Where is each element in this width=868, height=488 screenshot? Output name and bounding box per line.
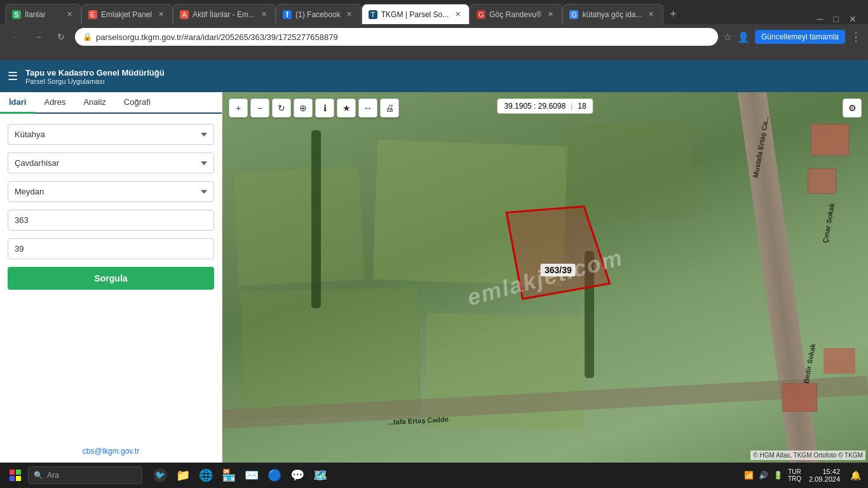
measure-button[interactable]: ↔ bbox=[358, 98, 377, 118]
app-name: Parsel Sorgu Uygulaması bbox=[25, 78, 165, 85]
address-bar[interactable]: 🔒 parselsorgu.tkgm.gov.tr/#ara/idari/205… bbox=[75, 28, 718, 46]
whatsapp-icon: 💬 bbox=[290, 468, 304, 482]
zoom-in-button[interactable]: + bbox=[229, 98, 248, 118]
battery-icon: 🔋 bbox=[773, 471, 783, 480]
profile-icon[interactable]: 👤 bbox=[737, 31, 750, 43]
province-select-wrap: Kütahya bbox=[8, 124, 214, 145]
field-patch-5 bbox=[564, 122, 694, 222]
district-select-wrap: Çavdarhisar bbox=[8, 152, 214, 173]
app-header: ☰ Tapu ve Kadastro Genel Müdürlüğü Parse… bbox=[0, 60, 868, 92]
tab-favicon-tkgm: T bbox=[369, 10, 377, 19]
map-attribution: © HGM Atlas, TKGM Ortofoto © TKGM bbox=[750, 451, 865, 460]
tab-favicon-goc: G bbox=[477, 10, 485, 19]
coords-divider: | bbox=[571, 102, 573, 111]
browser-menu-icon[interactable]: ⋮ bbox=[850, 30, 862, 44]
tab-tkgm[interactable]: T TKGM | Parsel So... ✕ bbox=[362, 4, 470, 24]
tab-analiz[interactable]: Analiz bbox=[74, 92, 114, 112]
tab-facebook[interactable]: f (1) Facebook ✕ bbox=[276, 4, 362, 24]
search-icon: 🔍 bbox=[34, 471, 43, 480]
tab-kutahya[interactable]: G kütahya göç ida... ✕ bbox=[562, 4, 663, 24]
search-placeholder: Ara bbox=[47, 471, 59, 480]
bookmark-star-icon[interactable]: ☆ bbox=[723, 31, 732, 43]
browser-chrome: S İlanlar ✕ E Emlakjet Panel ✕ A Aktif İ… bbox=[0, 0, 868, 60]
tab-goc[interactable]: G Göç Randevu® ✕ bbox=[470, 4, 562, 24]
district-select[interactable]: Çavdarhisar bbox=[8, 152, 214, 173]
tab-close-kutahya[interactable]: ✕ bbox=[646, 10, 656, 20]
update-button[interactable]: Güncellemeyi tamamla bbox=[755, 30, 845, 44]
zoom-out-button[interactable]: − bbox=[250, 98, 269, 118]
volume-icon: 🔊 bbox=[759, 471, 768, 480]
app-content: ☰ Tapu ve Kadastro Genel Müdürlüğü Parse… bbox=[0, 60, 868, 463]
close-icon[interactable]: ✕ bbox=[849, 14, 857, 24]
chrome-icon: 🔵 bbox=[268, 468, 281, 482]
maximize-icon[interactable]: □ bbox=[834, 14, 839, 24]
info-button[interactable]: ℹ bbox=[315, 98, 334, 118]
taskbar-app-bird[interactable]: 🐦 bbox=[150, 465, 170, 485]
map-area[interactable]: 363/39 emlakjet.com Mustafa Ertaş Ca... … bbox=[222, 92, 868, 463]
systray: 📶 🔊 🔋 TUR TRQ bbox=[744, 468, 801, 482]
sidebar-tabs: İdari Adres Analiz Coğrafi bbox=[0, 92, 222, 114]
start-button[interactable] bbox=[5, 465, 25, 485]
notification-icon[interactable]: 🔔 bbox=[848, 468, 863, 483]
query-button[interactable]: Sorgula bbox=[8, 267, 214, 290]
tab-favicon-facebook: f bbox=[283, 10, 292, 19]
tab-cografi[interactable]: Coğrafi bbox=[115, 92, 159, 112]
taskbar-search[interactable]: 🔍 Ara bbox=[28, 466, 142, 484]
map-settings-button[interactable]: ⚙ bbox=[843, 98, 862, 118]
clock-time: 15:42 bbox=[822, 468, 840, 475]
forward-button[interactable]: → bbox=[29, 28, 47, 46]
tab-close-aktif[interactable]: ✕ bbox=[259, 10, 269, 20]
taskbar-app-files[interactable]: 📁 bbox=[173, 465, 193, 485]
svg-rect-3 bbox=[10, 476, 15, 481]
print-button[interactable]: 🖨 bbox=[380, 98, 399, 118]
back-button[interactable]: ← bbox=[6, 28, 24, 46]
hamburger-menu-icon[interactable]: ☰ bbox=[8, 69, 18, 83]
tab-close-goc[interactable]: ✕ bbox=[545, 10, 555, 20]
tab-ilanlar[interactable]: S İlanlar ✕ bbox=[5, 4, 81, 24]
app-title-block: Tapu ve Kadastro Genel Müdürlüğü Parsel … bbox=[25, 68, 165, 85]
minimize-icon[interactable]: ─ bbox=[817, 14, 824, 24]
tab-aktif[interactable]: A Aktif İlanlar - Em... ✕ bbox=[173, 4, 276, 24]
refresh-map-button[interactable]: ↻ bbox=[272, 98, 291, 118]
maps-icon: 🗺️ bbox=[313, 468, 327, 482]
new-tab-button[interactable]: + bbox=[663, 4, 684, 24]
coordinates-text: 39.1905 : 29.6098 bbox=[504, 102, 566, 111]
building-4 bbox=[824, 348, 855, 374]
mail-icon: ✉️ bbox=[245, 468, 259, 482]
parcel-input[interactable] bbox=[8, 210, 214, 231]
tab-favicon-emlakjet: E bbox=[88, 10, 97, 19]
taskbar-app-maps[interactable]: 🗺️ bbox=[310, 465, 330, 485]
neighborhood-select[interactable]: Meydan bbox=[8, 181, 214, 202]
tab-adres[interactable]: Adres bbox=[35, 92, 74, 112]
taskbar-app-edge[interactable]: 🌐 bbox=[196, 465, 216, 485]
edge-icon: 🌐 bbox=[199, 468, 213, 482]
tab-close-emlakjet[interactable]: ✕ bbox=[156, 10, 166, 20]
taskbar-app-whatsapp[interactable]: 💬 bbox=[287, 465, 308, 485]
taskbar-app-store[interactable]: 🏪 bbox=[219, 465, 239, 485]
locate-button[interactable]: ⊕ bbox=[294, 98, 313, 118]
favorite-button[interactable]: ★ bbox=[337, 98, 356, 118]
reload-button[interactable]: ↻ bbox=[52, 28, 70, 46]
taskbar-app-mail[interactable]: ✉️ bbox=[241, 465, 262, 485]
contact-email-link[interactable]: cbs@tkgm.gov.tr bbox=[83, 447, 139, 456]
tab-title-emlakjet: Emlakjet Panel bbox=[101, 10, 152, 19]
map-toolbar: + − ↻ ⊕ ℹ ★ ↔ 🖨 bbox=[229, 98, 399, 118]
plot-input[interactable] bbox=[8, 238, 214, 259]
tab-close-facebook[interactable]: ✕ bbox=[344, 10, 355, 20]
sidebar-form: Kütahya Çavdarhisar Meydan Sorgula bbox=[0, 114, 222, 438]
tab-idari[interactable]: İdari bbox=[0, 92, 35, 114]
tab-title-tkgm: TKGM | Parsel So... bbox=[381, 10, 449, 19]
tab-close-tkgm[interactable]: ✕ bbox=[452, 10, 463, 20]
address-bar-row: ← → ↻ 🔒 parselsorgu.tkgm.gov.tr/#ara/ida… bbox=[0, 24, 868, 50]
tab-emlakjet[interactable]: E Emlakjet Panel ✕ bbox=[81, 4, 173, 24]
tab-favicon-kutahya: G bbox=[569, 10, 578, 19]
browser-window-controls: ─ □ ✕ bbox=[817, 14, 863, 24]
clock-date: 2.09.2024 bbox=[809, 475, 840, 483]
building-2 bbox=[808, 168, 836, 194]
taskbar-app-chrome[interactable]: 🔵 bbox=[264, 465, 285, 485]
tab-title-aktif: Aktif İlanlar - Em... bbox=[193, 10, 255, 19]
province-select[interactable]: Kütahya bbox=[8, 124, 214, 145]
files-icon: 📁 bbox=[176, 468, 190, 482]
url-display: parselsorgu.tkgm.gov.tr/#ara/idari/20526… bbox=[96, 32, 710, 42]
tab-close-ilanlar[interactable]: ✕ bbox=[64, 10, 74, 20]
